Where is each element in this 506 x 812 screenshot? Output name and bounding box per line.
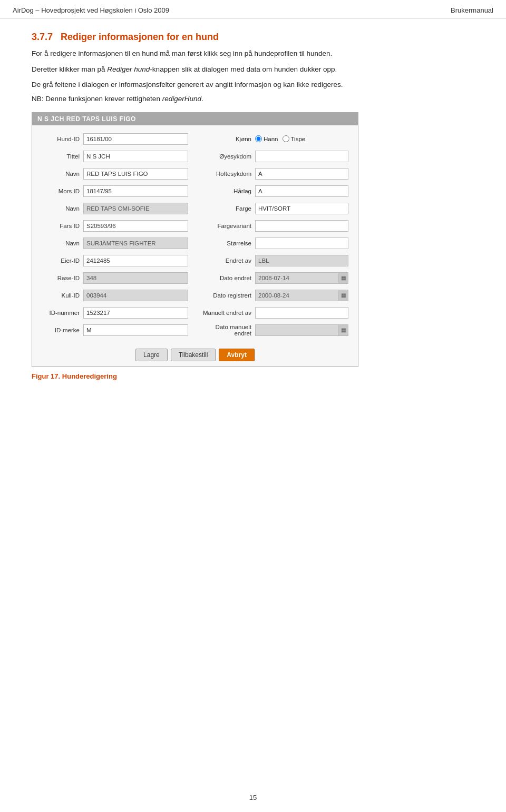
- form-row-left-4: Navn: [42, 202, 188, 215]
- form-label-left-10: ID-nummer: [42, 310, 80, 316]
- nb-pre: NB: Denne funksjonen krever rettigheten: [32, 95, 162, 103]
- form-row-right-4: Farge: [199, 202, 348, 215]
- figure-caption-text: Hunderedigering: [62, 372, 117, 380]
- date-input-wrap-11: ▦: [255, 324, 348, 336]
- lagre-button[interactable]: Lagre: [135, 349, 168, 361]
- form-label-right-8: Dato endret: [199, 275, 251, 281]
- para1: For å redigere informasjonen til en hund…: [32, 48, 474, 60]
- radio-group-kjønn[interactable]: Hann Tispe: [255, 135, 305, 142]
- form-row-right-1: Øyesykdom: [199, 150, 348, 163]
- dialog-box: N S JCH RED TAPS LUIS FIGO Hund-IDTittel…: [32, 112, 358, 367]
- form-input-right-7: [255, 255, 348, 266]
- form-input-left-11[interactable]: [83, 324, 188, 336]
- form-label-right-4: Farge: [199, 205, 251, 212]
- form-label-left-5: Fars ID: [42, 223, 80, 229]
- form-input-right-10[interactable]: [255, 307, 348, 319]
- form-label-right-2: Hoftesykdom: [199, 171, 251, 177]
- date-input-8[interactable]: [255, 272, 339, 284]
- form-label-left-9: Kull-ID: [42, 292, 80, 299]
- form-row-right-0: Kjønn Hann Tispe: [199, 133, 348, 145]
- date-input-11[interactable]: [255, 324, 339, 336]
- page-number: 15: [249, 794, 257, 801]
- form-label-left-2: Navn: [42, 171, 80, 177]
- radio-option-tispe[interactable]: Tispe: [283, 135, 306, 142]
- dialog-titlebar: N S JCH RED TAPS LUIS FIGO: [32, 113, 358, 125]
- calendar-icon-11[interactable]: ▦: [339, 324, 348, 336]
- form-row-left-11: ID-merke: [42, 324, 188, 336]
- form-row-right-3: Hårlag: [199, 185, 348, 197]
- form-input-right-4[interactable]: [255, 203, 348, 214]
- form-row-left-5: Fars ID: [42, 220, 188, 232]
- form-input-left-9: [83, 290, 188, 301]
- form-input-right-2[interactable]: [255, 168, 348, 180]
- form-input-left-7[interactable]: [83, 255, 188, 266]
- form-row-left-6: Navn: [42, 237, 188, 250]
- form-row-right-5: Fargevariant: [199, 220, 348, 232]
- section-title: Rediger informasjonen for en hund: [61, 32, 219, 42]
- form-row-right-10: Manuelt endret av: [199, 306, 348, 319]
- form-grid: Hund-IDTittelNavnMors IDNavnFars IDNavnE…: [42, 133, 348, 339]
- form-input-right-3[interactable]: [255, 185, 348, 197]
- header-right: Brukermanual: [451, 6, 493, 14]
- form-label-left-11: ID-merke: [42, 327, 80, 333]
- form-row-left-8: Rase-ID: [42, 272, 188, 284]
- form-label-left-1: Tittel: [42, 153, 80, 160]
- form-input-left-3[interactable]: [83, 185, 188, 197]
- tilbakestill-button[interactable]: Tilbakestill: [171, 349, 216, 361]
- nb-text: NB: Denne funksjonen krever rettigheten …: [32, 95, 474, 103]
- calendar-icon-9[interactable]: ▦: [339, 290, 348, 301]
- form-label-left-3: Mors ID: [42, 188, 80, 194]
- form-input-right-6[interactable]: [255, 237, 348, 249]
- form-label-right-7: Endret av: [199, 258, 251, 264]
- page-content: 3.7.7 Rediger informasjonen for en hund …: [0, 19, 506, 412]
- section-number: 3.7.7: [32, 32, 53, 42]
- radio-option-hann[interactable]: Hann: [255, 135, 278, 142]
- form-label-left-8: Rase-ID: [42, 275, 80, 281]
- form-row-right-11: Dato manuelt endret▦: [199, 324, 348, 336]
- form-row-left-1: Tittel: [42, 150, 188, 163]
- page-header: AirDog – Hovedprosjekt ved Høgskolen i O…: [0, 0, 506, 19]
- figure-label: Figur 17.: [32, 372, 60, 380]
- form-label-left-7: Eier-ID: [42, 258, 80, 264]
- form-input-right-1[interactable]: [255, 151, 348, 162]
- form-label-right-1: Øyesykdom: [199, 153, 251, 160]
- para2-pre: Deretter klikker man på: [32, 65, 107, 73]
- form-input-left-6: [83, 237, 188, 249]
- form-label-right-0: Kjønn: [199, 136, 251, 142]
- form-input-left-10[interactable]: [83, 307, 188, 319]
- date-input-9[interactable]: [255, 290, 339, 301]
- form-input-left-2[interactable]: [83, 168, 188, 180]
- para2: Deretter klikker man på Rediger hund-kna…: [32, 64, 474, 75]
- figure-caption: Figur 17. Hunderedigering: [32, 372, 474, 380]
- form-left-col: Hund-IDTittelNavnMors IDNavnFars IDNavnE…: [42, 133, 188, 339]
- form-label-right-5: Fargevariant: [199, 223, 251, 229]
- section-heading: 3.7.7 Rediger informasjonen for en hund: [32, 32, 474, 43]
- form-label-left-4: Navn: [42, 205, 80, 212]
- calendar-icon-8[interactable]: ▦: [339, 272, 348, 284]
- form-row-right-2: Hoftesykdom: [199, 167, 348, 180]
- form-input-left-1[interactable]: [83, 151, 188, 162]
- form-label-left-0: Hund-ID: [42, 136, 80, 142]
- form-input-right-5[interactable]: [255, 220, 348, 232]
- avbryt-button[interactable]: Avbryt: [219, 349, 255, 361]
- form-right-col: Kjønn Hann TispeØyesykdomHoftesykdomHårl…: [199, 133, 348, 339]
- form-input-left-0[interactable]: [83, 133, 188, 145]
- form-input-left-4: [83, 203, 188, 214]
- form-row-left-9: Kull-ID: [42, 289, 188, 302]
- form-input-left-5[interactable]: [83, 220, 188, 232]
- dialog-buttons: LagreTilbakestillAvbryt: [32, 344, 358, 367]
- form-row-left-7: Eier-ID: [42, 254, 188, 267]
- form-row-left-2: Navn: [42, 167, 188, 180]
- header-left: AirDog – Hovedprosjekt ved Høgskolen i O…: [13, 6, 169, 14]
- form-row-right-9: Dato registrert▦: [199, 289, 348, 302]
- form-label-right-9: Dato registrert: [199, 292, 251, 299]
- form-label-right-10: Manuelt endret av: [199, 310, 251, 316]
- dialog-body: Hund-IDTittelNavnMors IDNavnFars IDNavnE…: [32, 125, 358, 344]
- nb-post: .: [201, 95, 203, 103]
- form-input-left-8: [83, 272, 188, 284]
- form-row-left-3: Mors ID: [42, 185, 188, 197]
- form-label-right-3: Hårlag: [199, 188, 251, 194]
- form-row-left-10: ID-nummer: [42, 306, 188, 319]
- date-input-wrap-9: ▦: [255, 290, 348, 301]
- para3: De grå feltene i dialogen er informasjon…: [32, 79, 474, 91]
